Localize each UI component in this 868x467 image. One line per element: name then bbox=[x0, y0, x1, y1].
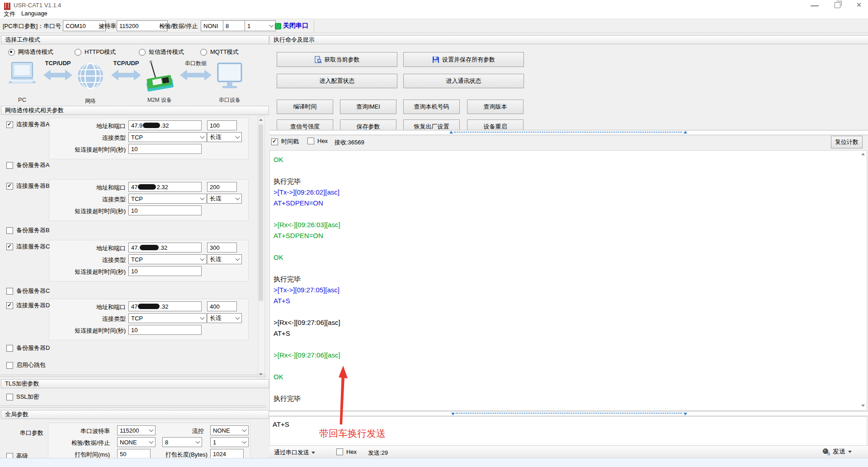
serial-stopbits-value: 1 bbox=[213, 439, 216, 446]
log-line: 执行完毕 bbox=[274, 176, 867, 187]
server-c-conn-type-select[interactable]: TCP bbox=[128, 254, 207, 264]
radio-sms-mode[interactable]: 短信透传模式 bbox=[139, 48, 184, 56]
packtime-input[interactable]: 50 bbox=[117, 449, 151, 459]
server-c-backup-checkbox[interactable]: 备份服务器C bbox=[6, 287, 50, 295]
menu-item-language[interactable]: Language bbox=[21, 10, 47, 17]
server-c-timeout-input[interactable]: 10 bbox=[128, 266, 202, 276]
enter-comm-button[interactable]: 进入通讯状态 bbox=[403, 74, 524, 88]
send-button[interactable]: 发送 bbox=[822, 448, 852, 456]
server-b-port-input[interactable]: 200 bbox=[207, 182, 237, 192]
packlen-input[interactable]: 1024 bbox=[210, 449, 244, 459]
server-b-address-input[interactable]: 472.32 bbox=[128, 182, 202, 192]
server-c-enable-checkbox[interactable]: 连接服务器C bbox=[6, 243, 50, 251]
query-number-button[interactable]: 查询本机号码 bbox=[403, 100, 460, 114]
timeout-value: 10 bbox=[131, 146, 137, 152]
log-top-splitter[interactable] bbox=[269, 130, 868, 135]
radio-httpd-mode[interactable]: HTTPD模式 bbox=[75, 48, 116, 56]
annotation-text: 带回车换行发送 bbox=[319, 427, 386, 440]
log-scroll-down-icon[interactable] bbox=[861, 405, 865, 407]
query-version-button[interactable]: 查询版本 bbox=[467, 100, 524, 114]
flow-select[interactable]: NONE bbox=[210, 425, 249, 435]
app-icon bbox=[4, 3, 10, 10]
query-imei-button[interactable]: 查询IMEI bbox=[340, 100, 396, 114]
server-b-conn-type-select[interactable]: TCP bbox=[128, 194, 207, 204]
log-scroll-up-icon[interactable] bbox=[861, 153, 865, 155]
checkbox-icon bbox=[6, 302, 13, 309]
enter-config-button[interactable]: 进入配置状态 bbox=[277, 74, 397, 88]
reset-counter-button[interactable]: 复位计数 bbox=[831, 136, 863, 148]
chevron-down-icon bbox=[236, 196, 240, 200]
serial-databits-select[interactable]: 8 bbox=[162, 437, 202, 447]
node-label-serial-device: 串口设备 bbox=[215, 96, 244, 104]
send-top-splitter[interactable] bbox=[269, 411, 868, 416]
server-a-port-input[interactable]: 100 bbox=[207, 120, 237, 130]
log-line: >[Rx<-][09:26:03][asc] bbox=[274, 219, 867, 230]
splitter-dots bbox=[454, 132, 682, 133]
send-toolbar: 通过串口发送 Hex 发送:29 发送 bbox=[269, 445, 868, 458]
server-c-keepalive-select[interactable]: 长连 bbox=[207, 254, 242, 264]
timestamp-checkbox[interactable]: 时间戳 bbox=[271, 138, 299, 146]
radio-net-transparent-mode[interactable]: 网络透传模式 bbox=[8, 48, 53, 56]
close-port-button[interactable]: 关闭串口 bbox=[283, 22, 308, 30]
send-via-serial-button[interactable]: 通过串口发送 bbox=[274, 448, 315, 457]
scrollbar-thumb[interactable] bbox=[259, 124, 263, 301]
server-d-timeout-input[interactable]: 10 bbox=[128, 325, 202, 335]
server-d-address-input[interactable]: 47.32 bbox=[128, 301, 202, 311]
checkbox-icon bbox=[6, 288, 13, 295]
node-label-pc: PC bbox=[8, 96, 36, 103]
radio-label: HTTPD模式 bbox=[85, 48, 116, 56]
menu-item-file[interactable]: 文件 bbox=[4, 10, 15, 18]
server-a-conn-type-select[interactable]: TCP bbox=[128, 132, 207, 142]
get-params-button[interactable]: 获取当前参数 bbox=[277, 52, 397, 67]
stopbits-select[interactable]: 1 bbox=[245, 20, 276, 31]
redaction-blob bbox=[140, 245, 159, 250]
server-a-address-input[interactable]: 47.9.32 bbox=[128, 120, 202, 130]
splitter-handle-icon[interactable] bbox=[684, 131, 687, 133]
serial-parity-select[interactable]: NONE bbox=[117, 437, 156, 447]
server-c-port-input[interactable]: 300 bbox=[207, 243, 237, 253]
send-input-text[interactable]: AT+S bbox=[273, 420, 289, 428]
annotation-arrow-icon bbox=[332, 366, 352, 426]
server-b-keepalive-select[interactable]: 长连 bbox=[207, 194, 242, 204]
save-icon bbox=[432, 56, 439, 63]
server-d-conn-type-select[interactable]: TCP bbox=[128, 313, 207, 323]
serial-stopbits-select[interactable]: 1 bbox=[210, 437, 249, 447]
radio-mqtt-mode[interactable]: MQTT模式 bbox=[200, 48, 239, 56]
server-b-backup-checkbox[interactable]: 备份服务器B bbox=[6, 226, 50, 234]
send-hex-checkbox[interactable]: Hex bbox=[336, 448, 357, 455]
server-d-port-input[interactable]: 400 bbox=[207, 301, 237, 311]
radio-icon bbox=[75, 49, 81, 56]
close-icon[interactable]: ✕ bbox=[854, 0, 863, 10]
server-a-timeout-input[interactable]: 10 bbox=[128, 144, 202, 154]
server-b-timeout-input[interactable]: 10 bbox=[128, 205, 202, 215]
checkbox-label: 连接服务器D bbox=[16, 301, 50, 310]
server-c-address-input[interactable]: 47..32 bbox=[128, 243, 202, 253]
splitter-handle-icon[interactable] bbox=[449, 131, 453, 133]
server-d-enable-checkbox[interactable]: 连接服务器D bbox=[6, 301, 50, 310]
server-a-backup-checkbox[interactable]: 备份服务器A bbox=[6, 161, 50, 169]
ssl-checkbox[interactable]: SSL加密 bbox=[6, 393, 39, 401]
server-a-keepalive-select[interactable]: 长连 bbox=[207, 132, 242, 142]
set-save-params-button[interactable]: 设置并保存所有参数 bbox=[403, 52, 524, 67]
params-scrollbar[interactable] bbox=[258, 116, 265, 378]
compile-time-button[interactable]: 编译时间 bbox=[277, 100, 333, 114]
minimize-button[interactable] bbox=[811, 5, 819, 6]
log-hex-checkbox[interactable]: Hex bbox=[307, 138, 328, 144]
checkbox-icon bbox=[307, 138, 314, 144]
server-a-enable-checkbox[interactable]: 连接服务器A bbox=[6, 120, 50, 129]
chevron-down-icon bbox=[149, 428, 154, 432]
serial-params-label: 串口参数 bbox=[14, 429, 43, 437]
server-d-keepalive-select[interactable]: 长连 bbox=[207, 313, 242, 323]
scroll-up-icon[interactable] bbox=[259, 119, 263, 121]
heartbeat-checkbox[interactable]: 启用心跳包 bbox=[6, 361, 46, 369]
log-area[interactable]: OK执行完毕>[Tx->][09:26:02][asc]AT+SDPEN=ON>… bbox=[269, 150, 867, 411]
checkbox-icon bbox=[6, 162, 13, 169]
server-b-enable-checkbox[interactable]: 连接服务器B bbox=[6, 182, 50, 190]
chevron-down-icon bbox=[242, 439, 247, 444]
server-d-backup-checkbox[interactable]: 备份服务器D bbox=[6, 344, 50, 352]
serial-baud-select[interactable]: 115200 bbox=[117, 425, 156, 435]
splitter-handle-icon[interactable] bbox=[684, 413, 687, 415]
checkbox-label: 备份服务器D bbox=[16, 344, 50, 352]
splitter-handle-icon[interactable] bbox=[451, 413, 455, 415]
button-label: 进入配置状态 bbox=[320, 77, 355, 85]
